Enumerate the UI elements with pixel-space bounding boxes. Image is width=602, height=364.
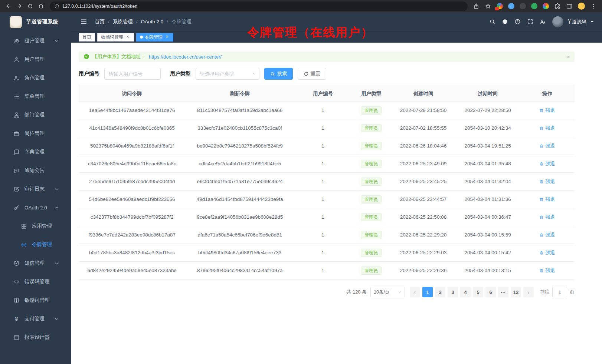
chevron-down-icon xyxy=(252,72,256,76)
sidebar-item[interactable]: 错误码管理 xyxy=(0,272,71,291)
user-type-badge: 管理员 xyxy=(361,124,382,132)
browser-profile-avatar[interactable] xyxy=(578,3,585,10)
user-avatar[interactable] xyxy=(552,16,563,27)
sidebar-item[interactable]: ¥支付管理 xyxy=(0,310,71,328)
sidebar-item[interactable]: 租户管理 xyxy=(0,32,71,50)
sidebar-item[interactable]: 通知公告 xyxy=(0,161,71,180)
forward-icon[interactable] xyxy=(14,1,24,11)
reload-icon[interactable] xyxy=(25,1,35,11)
sidebar-item-label: 租户管理 xyxy=(24,37,53,44)
chevron-down-icon[interactable] xyxy=(589,19,595,25)
user-type-badge: 管理员 xyxy=(361,231,382,239)
page-button[interactable]: 5 xyxy=(473,287,483,297)
user-type-badge: 管理员 xyxy=(361,249,382,257)
alert-close-icon[interactable]: × xyxy=(566,54,569,60)
sidebar-item[interactable]: 用户管理 xyxy=(0,50,71,69)
force-logout-button[interactable]: 强退 xyxy=(539,143,555,149)
force-logout-button[interactable]: 强退 xyxy=(539,178,555,185)
chevron-down-icon xyxy=(53,316,60,322)
extension-icon[interactable] xyxy=(508,3,514,9)
sidebar-subitem[interactable]: 令牌管理 xyxy=(0,235,71,254)
next-page-button[interactable]: › xyxy=(523,287,534,297)
sidebar-item[interactable]: 审计日志 xyxy=(0,180,71,198)
page-button[interactable]: 12 xyxy=(511,287,521,297)
bookmark-star-icon[interactable] xyxy=(485,3,491,10)
search-icon[interactable] xyxy=(489,19,495,25)
goto-page-input[interactable] xyxy=(552,287,567,297)
log-icon xyxy=(13,186,20,192)
doc-link[interactable]: https://doc.iocoder.cn/user-center/ xyxy=(149,54,222,60)
side-panel-icon[interactable] xyxy=(566,3,573,10)
page-button[interactable]: 2 xyxy=(435,287,445,297)
sidebar-item[interactable]: 敏感词管理 xyxy=(0,291,71,310)
page-button[interactable]: 3 xyxy=(448,287,458,297)
sidebar-item[interactable]: 菜单管理 xyxy=(0,87,71,106)
extension-icon[interactable] xyxy=(543,3,549,9)
user-name[interactable]: 芋道源码 xyxy=(567,19,586,25)
sidebar-item-label: 字典管理 xyxy=(24,149,65,155)
reset-button[interactable]: 重置 xyxy=(298,68,326,80)
extension-icon[interactable] xyxy=(520,3,526,9)
tab-close-icon[interactable]: × xyxy=(125,34,130,40)
extensions-puzzle-icon[interactable] xyxy=(554,3,561,10)
github-icon[interactable] xyxy=(502,19,508,25)
sidebar-item[interactable]: 角色管理 xyxy=(0,69,71,87)
font-size-icon[interactable] xyxy=(540,19,546,25)
prev-page-button[interactable]: ‹ xyxy=(410,287,420,297)
sms-icon xyxy=(13,260,20,267)
force-logout-button[interactable]: 强退 xyxy=(539,267,555,274)
extension-icon[interactable] xyxy=(497,3,503,9)
breadcrumb-item[interactable]: 系统管理 xyxy=(113,19,133,25)
sidebar-item[interactable]: 报表设计器 xyxy=(0,328,71,347)
force-logout-button[interactable]: 强退 xyxy=(539,161,555,167)
app-logo[interactable]: 芋道管理系统 xyxy=(0,12,71,32)
sidebar-item[interactable]: 字典管理 xyxy=(0,143,71,161)
cell-expire-time: 2054-03-04 00:36:47 xyxy=(455,208,520,226)
page-ellipsis[interactable]: ··· xyxy=(498,287,508,297)
sidebar-item[interactable]: 短信管理 xyxy=(0,254,71,272)
table-header-row: 访问令牌刷新令牌用户编号用户类型创建时间过期时间操作 xyxy=(79,86,575,102)
share-icon[interactable] xyxy=(473,3,480,10)
fullscreen-icon[interactable] xyxy=(527,19,533,25)
force-logout-button[interactable]: 强退 xyxy=(539,107,555,114)
cell-actions: 强退 xyxy=(520,102,575,119)
page-button[interactable]: 4 xyxy=(460,287,471,297)
cell-user-type: 管理员 xyxy=(351,119,391,137)
user-type-select[interactable] xyxy=(196,68,259,80)
extension-icon[interactable] xyxy=(531,3,537,9)
user-id-input[interactable] xyxy=(104,68,161,80)
force-logout-button[interactable]: 强退 xyxy=(539,214,555,221)
force-logout-button[interactable]: 强退 xyxy=(539,232,555,238)
tab-item[interactable]: 敏感词管理× xyxy=(97,33,134,42)
app-title: 芋道管理系统 xyxy=(26,19,58,25)
info-icon[interactable] xyxy=(54,4,59,9)
sidebar-item[interactable]: 岗位管理 xyxy=(0,124,71,143)
page-size-select[interactable]: 10条/页 xyxy=(370,287,405,297)
breadcrumb-item[interactable]: OAuth 2.0 xyxy=(141,19,164,24)
browser-menu-icon[interactable] xyxy=(590,3,597,10)
sidebar-subitem[interactable]: 应用管理 xyxy=(0,217,71,235)
cell-actions: 强退 xyxy=(520,155,575,173)
search-button[interactable]: 搜索 xyxy=(264,68,293,80)
sidebar-item-label: 角色管理 xyxy=(24,75,65,81)
page-button[interactable]: 1 xyxy=(422,287,433,297)
user-type-select-input[interactable] xyxy=(196,68,259,80)
sidebar-item[interactable]: 部门管理 xyxy=(0,106,71,124)
home-icon[interactable] xyxy=(36,1,46,11)
force-logout-button[interactable]: 强退 xyxy=(539,249,555,256)
url-bar[interactable]: 127.0.0.1:1024/system/oauth2/token xyxy=(50,1,468,11)
page-button[interactable]: 6 xyxy=(485,287,496,297)
tab-active[interactable]: 令牌管理× xyxy=(136,33,173,42)
sidebar-item[interactable]: OAuth 2.0 xyxy=(0,198,71,217)
help-icon[interactable] xyxy=(514,19,521,25)
hamburger-icon[interactable] xyxy=(80,18,87,25)
sidebar-item-label: 令牌管理 xyxy=(32,241,65,248)
magnifier-icon xyxy=(270,72,275,76)
cell-access-token: 54d6be82ee5a460a9aedc1f9bf223656 xyxy=(79,191,185,208)
tab-item[interactable]: 首页 xyxy=(79,33,95,42)
tab-close-icon[interactable]: × xyxy=(164,34,170,40)
force-logout-button[interactable]: 强退 xyxy=(539,196,555,203)
force-logout-button[interactable]: 强退 xyxy=(539,125,555,132)
breadcrumb-item[interactable]: 首页 xyxy=(95,19,105,25)
back-icon[interactable] xyxy=(4,1,14,11)
